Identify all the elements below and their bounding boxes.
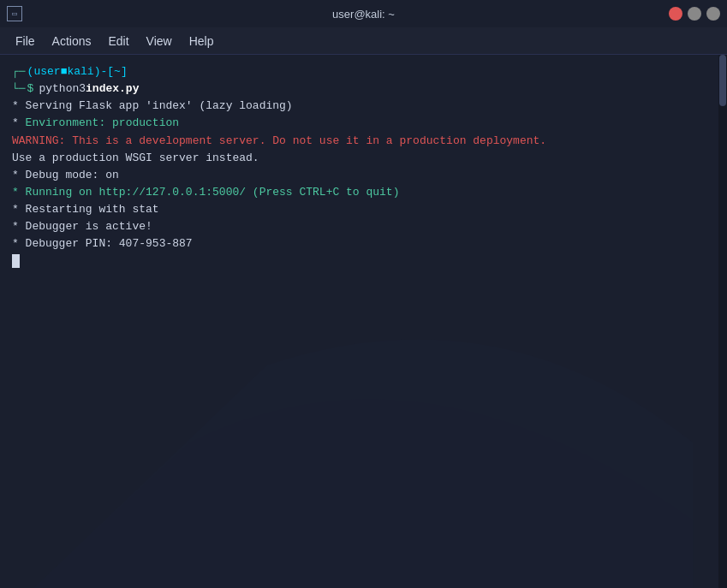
terminal-icon: ▭: [7, 6, 22, 21]
title-bar-left: ▭: [7, 6, 26, 21]
cursor-line: [12, 253, 715, 270]
menu-file[interactable]: File: [7, 31, 44, 51]
output-line-2: * Environment: production: [12, 115, 715, 132]
title-bar: ▭ user@kali: ~: [0, 0, 727, 27]
prompt-line: ┌─ ( user ■ kali )-[ ~ ]: [12, 63, 715, 80]
output-line-1: * Serving Flask app 'index' (lazy loadin…: [12, 98, 715, 115]
terminal-content: ┌─ ( user ■ kali )-[ ~ ] └─ $ python3 in…: [12, 63, 715, 270]
prompt-host: kali: [67, 63, 93, 80]
output-line-8: * Debugger is active!: [12, 218, 715, 235]
command-line: └─ $ python3 index.py: [12, 80, 715, 98]
menu-bar: File Actions Edit View Help: [0, 27, 727, 55]
prompt-close-bracket: ]: [121, 63, 128, 80]
maximize-button[interactable]: [706, 7, 720, 21]
prompt-dollar: $: [27, 80, 34, 98]
cursor: [12, 254, 20, 268]
menu-edit[interactable]: Edit: [99, 31, 137, 51]
menu-help[interactable]: Help: [181, 31, 223, 51]
prompt-line-arrow: └─: [12, 80, 26, 98]
prompt-at: ■: [61, 63, 68, 80]
scrollbar-thumb[interactable]: [719, 55, 726, 106]
window-controls: [669, 7, 720, 21]
minimize-button[interactable]: [688, 7, 701, 21]
output-line-5: * Debug mode: on: [12, 167, 715, 184]
prompt-dir: ~: [114, 63, 121, 80]
output-line-4: Use a production WSGI server instead.: [12, 150, 715, 167]
output-line-6: * Running on http://127.0.0.1:5000/ (Pre…: [12, 184, 715, 201]
window-title: user@kali: ~: [332, 8, 395, 21]
prompt-user: user: [33, 63, 60, 80]
output-line-3: WARNING: This is a development server. D…: [12, 133, 715, 150]
close-button[interactable]: [669, 7, 682, 21]
output-line-7: * Restarting with stat: [12, 201, 715, 218]
menu-actions[interactable]: Actions: [44, 31, 100, 51]
cmd-python3: python3: [39, 80, 86, 98]
scrollbar-track[interactable]: [718, 55, 727, 588]
prompt-close-paren: )-[: [94, 63, 114, 80]
prompt-open-paren: (: [27, 63, 34, 80]
cmd-script: index.py: [86, 80, 139, 98]
output-line-9: * Debugger PIN: 407-953-887: [12, 235, 715, 252]
prompt-arrow: ┌─: [12, 63, 26, 80]
menu-view[interactable]: View: [138, 31, 181, 51]
terminal[interactable]: ┌─ ( user ■ kali )-[ ~ ] └─ $ python3 in…: [0, 55, 727, 588]
